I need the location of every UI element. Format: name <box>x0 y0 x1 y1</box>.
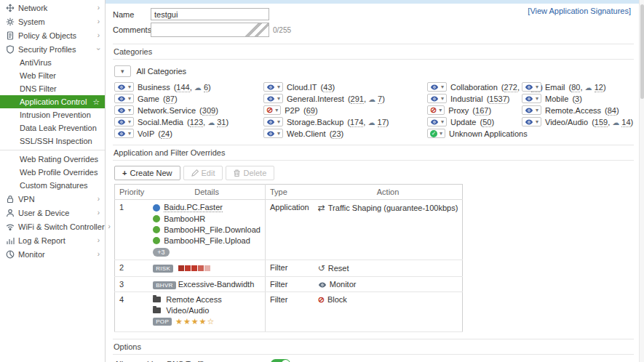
category-count-link[interactable]: 87 <box>166 94 175 104</box>
category-count-link[interactable]: 272 <box>504 83 517 92</box>
category-visibility-button[interactable]: ▾ <box>114 82 134 92</box>
category-cloud-count-link[interactable]: 12 <box>595 83 603 92</box>
category-visibility-button[interactable]: ▾ <box>522 117 541 126</box>
sidebar-item-custom-signatures[interactable]: Custom Signatures <box>0 179 105 192</box>
column-header-priority[interactable]: Priority <box>115 185 149 200</box>
category-count-link[interactable]: 159 <box>595 118 608 127</box>
category-count-link[interactable]: 291 <box>351 94 364 104</box>
sidebar-item-network[interactable]: Network › <box>0 1 105 15</box>
category-visibility-button[interactable]: ▾ <box>263 129 283 138</box>
category-visibility-button[interactable]: ⊘▾ <box>427 105 445 115</box>
category-label: Collaboration <box>450 83 498 92</box>
category-visibility-button[interactable]: ▾ <box>114 94 134 103</box>
sidebar-item-web-rating-overrides[interactable]: Web Rating Overrides <box>0 153 105 166</box>
category-count-link[interactable]: 69 <box>306 106 315 116</box>
category-row-p2p: ⊘▾ P2P (69) <box>263 105 427 115</box>
category-count-link[interactable]: 174 <box>350 118 363 127</box>
override-row-1[interactable]: 1 Baidu.PC.Faster BambooHR BambooHR_File… <box>115 200 463 260</box>
category-visibility-button[interactable]: ▾ <box>114 117 134 126</box>
column-header-type[interactable]: Type <box>265 185 313 200</box>
sidebar-item-user-device[interactable]: User & Device › <box>0 206 105 220</box>
category-visibility-button[interactable]: ▾ <box>263 94 283 103</box>
vertical-scrollbar[interactable] <box>639 0 644 362</box>
delete-button[interactable]: Delete <box>226 166 274 180</box>
app-icon <box>153 237 160 244</box>
category-visibility-button[interactable]: ▾ <box>263 82 283 92</box>
category-cloud-count-link[interactable]: 31 <box>217 118 226 127</box>
category-count-link[interactable]: 144 <box>176 83 189 92</box>
category-visibility-button[interactable]: ▾ <box>522 82 541 92</box>
sidebar-item-dns-filter[interactable]: DNS Filter <box>0 82 105 95</box>
all-categories-dropdown[interactable]: ▾ <box>114 65 131 77</box>
category-count-link[interactable]: 24 <box>161 129 170 139</box>
category-visibility-button[interactable]: ▾ <box>522 105 541 115</box>
category-count-link[interactable]: 123 <box>190 118 203 127</box>
app-name-link[interactable]: Baidu.PC.Faster <box>164 203 223 212</box>
override-row-2[interactable]: 2 RISK Filter ↺Reset <box>115 260 463 277</box>
category-row-email: ▾ Email (80, ☁ 12) <box>522 82 634 92</box>
category-cloud-count-link[interactable]: 14 <box>621 118 630 127</box>
category-count-link[interactable]: 309 <box>202 106 215 116</box>
category-cloud-count-link[interactable]: 6 <box>204 83 208 92</box>
override-row-4[interactable]: 4 Remote Access Video/Audio POP★★★★☆ Fil… <box>115 292 463 332</box>
network-icon <box>5 3 15 12</box>
column-header-details[interactable]: Details <box>148 185 265 200</box>
category-cloud-count-link[interactable]: 7 <box>378 94 382 104</box>
sidebar-item-label: System <box>18 17 45 26</box>
category-visibility-button[interactable]: ✓▾ <box>427 129 445 138</box>
create-new-button[interactable]: +Create New <box>114 166 180 180</box>
category-count-link[interactable]: 84 <box>608 106 616 116</box>
sidebar-item-vpn[interactable]: VPN › <box>0 192 105 206</box>
chevron-right-icon: › <box>98 31 100 39</box>
sidebar-item-data-leak-prevention[interactable]: Data Leak Prevention <box>0 121 105 134</box>
sidebar-item-wifi-switch-controller[interactable]: WiFi & Switch Controller › <box>0 220 105 233</box>
comments-label: Comments <box>113 25 151 34</box>
sidebar-item-system[interactable]: System › <box>0 15 105 28</box>
sidebar-item-web-profile-overrides[interactable]: Web Profile Overrides <box>0 166 105 179</box>
category-count-link[interactable]: 43 <box>323 83 332 92</box>
dns-traffic-toggle[interactable] <box>271 359 290 362</box>
name-input[interactable] <box>151 8 269 20</box>
comments-input[interactable] <box>151 23 269 37</box>
category-visibility-button[interactable]: ▾ <box>263 117 283 126</box>
sidebar-item-antivirus[interactable]: AntiVirus <box>0 56 105 69</box>
sidebar-item-ssl-ssh-inspection[interactable]: SSL/SSH Inspection <box>0 134 105 148</box>
category-cloud-count-link[interactable]: 17 <box>378 118 386 127</box>
category-visibility-button[interactable]: ▾ <box>427 117 447 126</box>
sidebar-item-log-report[interactable]: Log & Report › <box>0 233 105 247</box>
category-row-general-interest: ▾ General.Interest (291, ☁ 7) <box>263 94 427 103</box>
sidebar-item-security-profiles[interactable]: Security Profiles › <box>0 42 105 56</box>
sidebar-item-monitor[interactable]: Monitor › <box>0 247 105 261</box>
sidebar-item-intrusion-prevention[interactable]: Intrusion Prevention <box>0 108 105 121</box>
category-count-link[interactable]: 80 <box>571 83 580 92</box>
category-visibility-button[interactable]: ▾ <box>114 105 134 115</box>
category-count-link[interactable]: 1537 <box>489 94 506 104</box>
category-count-link[interactable]: 167 <box>475 106 488 116</box>
override-row-3[interactable]: 3 BHVR Excessive-Bandwidth Filter Monito… <box>115 277 463 292</box>
sidebar-item-application-control[interactable]: Application Control ☆ <box>0 95 105 108</box>
all-categories-control[interactable]: ▾ All Categories <box>114 65 634 77</box>
edit-button[interactable]: Edit <box>183 166 223 180</box>
category-filter-label: Remote Access <box>166 295 221 304</box>
column-header-action[interactable]: Action <box>314 185 463 200</box>
category-visibility-button[interactable]: ▾ <box>427 82 447 92</box>
priority-cell: 2 <box>115 260 149 277</box>
category-visibility-button[interactable]: ▾ <box>114 129 134 138</box>
category-visibility-button[interactable]: ▾ <box>427 94 447 103</box>
more-apps-badge[interactable]: +3 <box>153 248 169 257</box>
reset-icon: ↺ <box>318 263 325 273</box>
category-count-link[interactable]: 23 <box>332 129 341 139</box>
category-visibility-button[interactable]: ⊘▾ <box>263 105 281 115</box>
category-visibility-button[interactable]: ▾ <box>522 94 541 103</box>
eye-icon <box>117 108 126 113</box>
category-count-link[interactable]: 3 <box>575 94 579 104</box>
folder-icon <box>153 297 161 302</box>
scrollbar-thumb[interactable] <box>640 4 644 99</box>
category-row-proxy: ⊘▾ Proxy (167) <box>427 105 522 115</box>
eye-icon <box>525 108 533 113</box>
sidebar-item-policy-objects[interactable]: Policy & Objects › <box>0 28 105 42</box>
category-count-link[interactable]: 50 <box>482 118 491 127</box>
view-application-signatures-link[interactable]: [View Application Signatures] <box>528 7 631 15</box>
sidebar-item-web-filter[interactable]: Web Filter <box>0 69 105 82</box>
favorite-star-icon[interactable]: ☆ <box>92 97 100 107</box>
